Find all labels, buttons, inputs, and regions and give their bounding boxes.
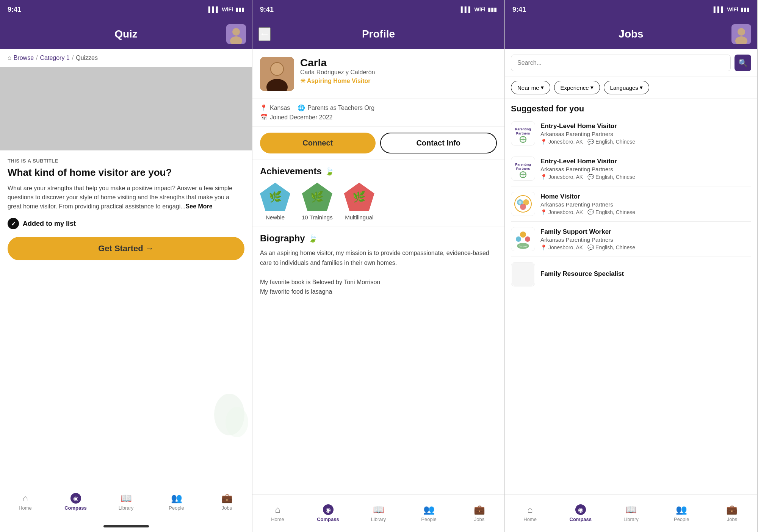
job-card-2[interactable]: Parenting Partners Entry-Level Home Visi… bbox=[511, 151, 751, 186]
nav-jobs-label: Jobs bbox=[222, 505, 232, 511]
status-bar-profile: 9:41 ▌▌▌ WiFi ▮▮▮ bbox=[252, 0, 504, 19]
search-icon: 🔍 bbox=[738, 58, 748, 67]
job-card-4[interactable]: Support Family Support Worker Arkansas P… bbox=[511, 222, 751, 257]
org-meta: 🌐 Parents as Teachers Org bbox=[298, 104, 374, 111]
nav-library-label: Library bbox=[119, 505, 134, 511]
search-input[interactable] bbox=[511, 55, 731, 71]
quiz-body: THIS IS A SUBTITLE What kind of home vis… bbox=[0, 150, 252, 483]
calendar-icon: 📅 bbox=[260, 114, 268, 121]
nav-home-jobs[interactable]: ⌂ Home bbox=[505, 501, 555, 525]
back-button[interactable]: ← bbox=[258, 27, 271, 41]
jobs-avatar-image bbox=[731, 24, 751, 44]
badge-multilingual-icon: 🌿 bbox=[352, 191, 366, 203]
badge-newbie-icon: 🌿 bbox=[269, 191, 282, 203]
biography-title: Biography 🍃 bbox=[260, 233, 497, 244]
jobs-icon-p: 💼 bbox=[474, 504, 485, 515]
nav-jobs-quiz[interactable]: 💼 Jobs bbox=[202, 490, 252, 514]
svg-text:Parenting: Parenting bbox=[515, 127, 531, 131]
signal-icon-p: ▌▌▌ bbox=[461, 6, 472, 13]
jobs-screen: 9:41 ▌▌▌ WiFi ▮▮▮ Jobs bbox=[505, 0, 757, 532]
filter-near-me[interactable]: Near me ▾ bbox=[511, 81, 550, 94]
nav-people-jobs[interactable]: 👥 People bbox=[656, 501, 707, 525]
achievements-grid: 🌿 Newbie 🌿 10 Trainings 🌿 Multilingual bbox=[260, 183, 497, 221]
profile-header-title: Profile bbox=[362, 28, 395, 40]
nav-library-quiz[interactable]: 📖 Library bbox=[101, 490, 151, 514]
nav-compass-jobs[interactable]: ◉ Compass bbox=[555, 501, 606, 525]
nav-compass-profile[interactable]: ◉ Compass bbox=[303, 501, 353, 525]
nav-jobs-label-j: Jobs bbox=[727, 516, 737, 522]
job-languages-2: 💬 English, Chinese bbox=[587, 174, 635, 180]
see-more-link[interactable]: See More bbox=[186, 203, 213, 210]
search-button[interactable]: 🔍 bbox=[735, 55, 751, 71]
home-indicator-quiz bbox=[0, 521, 252, 532]
job-info-1: Entry-Level Home Visitor Arkansas Parent… bbox=[540, 122, 751, 145]
nav-people-quiz[interactable]: 👥 People bbox=[151, 490, 202, 514]
job-meta-3: 📍 Jonesboro, AK 💬 English, Chinese bbox=[540, 209, 751, 215]
job-title-1: Entry-Level Home Visitor bbox=[540, 122, 751, 130]
job-logo-4: Support bbox=[511, 227, 535, 251]
nav-compass-quiz[interactable]: ◉ Compass bbox=[50, 490, 101, 514]
breadcrumb-sep-2: / bbox=[72, 55, 74, 61]
nav-jobs-profile[interactable]: 💼 Jobs bbox=[454, 501, 504, 525]
nav-library-profile[interactable]: 📖 Library bbox=[353, 501, 404, 525]
profile-meta-row-2: 📅 Joined December 2022 bbox=[260, 114, 497, 121]
globe-icon: 🌐 bbox=[298, 104, 305, 111]
nav-home-label: Home bbox=[19, 505, 32, 511]
status-bar-quiz: 9:41 ▌▌▌ WiFi ▮▮▮ bbox=[0, 0, 252, 19]
get-started-button[interactable]: Get Started → bbox=[8, 237, 244, 260]
profile-meta: 📍 Kansas 🌐 Parents as Teachers Org 📅 Joi… bbox=[252, 99, 504, 127]
svg-point-1 bbox=[230, 36, 242, 44]
quiz-subtitle: THIS IS A SUBTITLE bbox=[8, 158, 244, 164]
breadcrumb: ⌂ Browse / Category 1 / Quizzes bbox=[0, 49, 252, 67]
job-logo-3 bbox=[511, 192, 535, 216]
people-icon: 👥 bbox=[171, 493, 182, 504]
added-label: Added to my list bbox=[23, 220, 76, 228]
jobs-list: Parenting Partners Entry-Level Home Visi… bbox=[505, 116, 757, 494]
nav-people-label-j: People bbox=[674, 516, 689, 522]
speech-icon-j1: 💬 bbox=[587, 139, 594, 145]
location-meta: 📍 Kansas bbox=[260, 104, 290, 111]
contact-info-button[interactable]: Contact Info bbox=[380, 133, 497, 153]
filter-experience[interactable]: Experience ▾ bbox=[554, 81, 600, 94]
connect-button[interactable]: Connect bbox=[260, 133, 376, 153]
speech-icon-j3: 💬 bbox=[587, 209, 594, 215]
jobs-header-title: Jobs bbox=[619, 28, 643, 40]
jobs-search-area: 🔍 bbox=[505, 49, 757, 77]
job-title-5: Family Resource Specialist bbox=[540, 270, 751, 278]
job-info-2: Entry-Level Home Visitor Arkansas Parent… bbox=[540, 158, 751, 180]
location-icon: 📍 bbox=[260, 104, 268, 111]
home-icon-j: ⌂ bbox=[527, 504, 533, 515]
nav-people-profile[interactable]: 👥 People bbox=[404, 501, 454, 525]
jobs-header-avatar[interactable] bbox=[731, 24, 751, 44]
achievement-multilingual: 🌿 Multilingual bbox=[344, 183, 374, 221]
job-card-3[interactable]: Home Visitor Arkansas Parenting Partners… bbox=[511, 186, 751, 222]
header-avatar[interactable] bbox=[226, 24, 246, 44]
job-card-1[interactable]: Parenting Partners Entry-Level Home Visi… bbox=[511, 116, 751, 151]
job-location-2: 📍 Jonesboro, AK bbox=[540, 174, 583, 180]
location-icon-j3: 📍 bbox=[540, 209, 547, 215]
speech-icon-j2: 💬 bbox=[587, 174, 594, 180]
nav-compass-label: Compass bbox=[64, 505, 87, 511]
filter-languages[interactable]: Languages ▾ bbox=[604, 81, 649, 94]
breadcrumb-browse[interactable]: Browse bbox=[14, 55, 34, 61]
svg-point-0 bbox=[232, 28, 240, 36]
job-card-5[interactable]: Family Resource Specialist bbox=[511, 257, 751, 289]
svg-text:Partners: Partners bbox=[516, 131, 530, 135]
svg-text:Support: Support bbox=[519, 245, 527, 247]
library-icon: 📖 bbox=[121, 493, 132, 504]
nav-jobs-jobs[interactable]: 💼 Jobs bbox=[707, 501, 757, 525]
profile-screen: 9:41 ▌▌▌ WiFi ▮▮▮ ← Profile bbox=[252, 0, 505, 532]
breadcrumb-category[interactable]: Category 1 bbox=[40, 55, 69, 61]
home-bar bbox=[103, 525, 149, 527]
quiz-header-title: Quiz bbox=[114, 28, 138, 40]
nav-home-quiz[interactable]: ⌂ Home bbox=[0, 490, 50, 514]
biography-section: Biography 🍃 As an aspiring home visitor,… bbox=[252, 227, 504, 303]
profile-header-area: Carla Carla Rodriguez y Calderón ☀ Aspir… bbox=[252, 49, 504, 99]
filter-languages-dropdown: ▾ bbox=[640, 84, 643, 91]
job-title-4: Family Support Worker bbox=[540, 228, 751, 236]
status-icons-profile: ▌▌▌ WiFi ▮▮▮ bbox=[461, 6, 497, 13]
job-info-3: Home Visitor Arkansas Parenting Partners… bbox=[540, 193, 751, 215]
nav-home-profile[interactable]: ⌂ Home bbox=[252, 501, 303, 525]
nav-library-jobs[interactable]: 📖 Library bbox=[606, 501, 656, 525]
bottom-nav-quiz: ⌂ Home ◉ Compass 📖 Library 👥 People 💼 Jo… bbox=[0, 483, 252, 521]
